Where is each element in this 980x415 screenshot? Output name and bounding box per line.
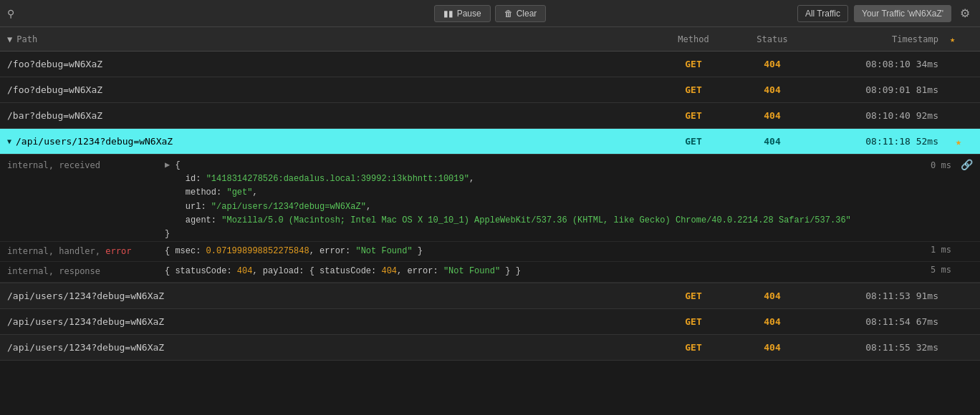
pause-icon: ▮▮ [443,9,453,19]
table-row-selected[interactable]: ▼ /api/users/1234?debug=wN6XaZ GET 404 0… [0,129,980,155]
path-text: /api/users/1234?debug=wN6XaZ [7,290,164,301]
json-content: ▶ { id: "1418314278526:daedalus.local:39… [165,159,894,241]
row-path: ▼ /api/users/1234?debug=wN6XaZ [7,136,658,147]
path-column-label: Path [16,34,37,44]
status-cell: 404 [729,84,815,95]
method-cell: GET [658,316,729,327]
row-path: /foo?debug=wN6XaZ [7,84,658,95]
sort-arrow-icon: ▼ [7,34,12,44]
timestamp-cell: 08:09:01 81ms [815,84,944,95]
toolbar-right: All Traffic Your Traffic 'wN6XaZ' ⚙ [552,5,973,22]
table-row[interactable]: /api/users/1234?debug=wN6XaZ GET 404 08:… [0,335,980,361]
star-cell[interactable]: ★ [944,290,973,301]
detail-response-time: 5 ms [894,265,951,275]
method-cell: GET [658,84,729,95]
timestamp-column-label[interactable]: Timestamp [815,34,944,44]
row-path: /foo?debug=wN6XaZ [7,59,658,69]
star-cell[interactable]: ★ [944,84,973,96]
handler-json: { msec: 0.071998998852275848, error: "No… [165,245,894,258]
table-row[interactable]: /api/users/1234?debug=wN6XaZ GET 404 08:… [0,309,980,335]
path-text: /foo?debug=wN6XaZ [7,84,102,95]
detail-section: internal, received ▶ { id: "141831427852… [0,155,980,283]
link-icon[interactable]: 🔗 [951,159,973,170]
toolbar: ⚲ ▮▮ Pause 🗑 Clear All Traffic Your Traf… [0,0,980,27]
method-cell: GET [658,59,729,69]
pause-button[interactable]: ▮▮ Pause [434,5,491,22]
path-text: /foo?debug=wN6XaZ [7,59,102,69]
method-cell: GET [658,342,729,353]
toolbar-center: ▮▮ Pause 🗑 Clear [434,5,547,22]
detail-handler-row: internal, handler, error { msec: 0.07199… [0,242,980,262]
star-cell[interactable]: ★ [944,110,973,122]
row-path: /api/users/1234?debug=wN6XaZ [7,342,658,353]
status-cell: 404 [729,136,815,147]
path-text: /api/users/1234?debug=wN6XaZ [16,136,173,147]
detail-time: 0 ms [894,159,951,170]
path-text: /bar?debug=wN6XaZ [7,110,102,121]
timestamp-cell: 08:10:40 92ms [815,110,944,121]
response-json: { statusCode: 404, payload: { statusCode… [165,265,894,278]
row-path: /api/users/1234?debug=wN6XaZ [7,316,658,327]
star-icon: ★ [950,34,955,44]
detail-response-row: internal, response { statusCode: 404, pa… [0,262,980,282]
status-cell: 404 [729,342,815,353]
search-icon: ⚲ [7,8,14,19]
path-text: /api/users/1234?debug=wN6XaZ [7,316,164,327]
detail-received-label: internal, received [7,159,165,170]
timestamp-cell: 08:11:53 91ms [815,290,944,301]
error-label: error [105,246,131,256]
star-cell[interactable]: ★ [944,136,973,147]
clear-label: Clear [517,9,537,19]
table-row[interactable]: /bar?debug=wN6XaZ GET 404 08:10:40 92ms … [0,103,980,129]
detail-handler-time: 1 ms [894,245,951,255]
table-row[interactable]: /foo?debug=wN6XaZ GET 404 08:09:01 81ms … [0,77,980,103]
method-cell: GET [658,136,729,147]
method-cell: GET [658,290,729,301]
clear-button[interactable]: 🗑 Clear [495,5,547,22]
method-cell: GET [658,110,729,121]
method-column-label[interactable]: Method [658,34,729,44]
pause-label: Pause [457,9,481,19]
star-cell[interactable]: ★ [944,59,973,70]
expand-chevron-icon: ▼ [7,137,11,145]
timestamp-cell: 08:11:54 67ms [815,316,944,327]
detail-handler-label: internal, handler, error [7,245,165,256]
your-traffic-label: Your Traffic 'wN6XaZ' [862,9,943,19]
row-path: /api/users/1234?debug=wN6XaZ [7,290,658,301]
settings-button[interactable]: ⚙ [957,6,973,20]
detail-received-row: internal, received ▶ { id: "141831427852… [0,155,980,242]
timestamp-cell: 08:11:18 52ms [815,136,944,147]
star-cell[interactable]: ★ [944,316,973,327]
table-row[interactable]: /foo?debug=wN6XaZ GET 404 08:08:10 34ms … [0,52,980,77]
all-traffic-label: All Traffic [805,9,840,19]
star-cell[interactable]: ★ [944,341,973,353]
col-path-header[interactable]: ▼ Path [7,34,658,44]
toolbar-left: ⚲ [7,8,428,19]
status-cell: 404 [729,316,815,327]
status-cell: 404 [729,290,815,301]
table-row[interactable]: /api/users/1234?debug=wN6XaZ GET 404 08:… [0,283,980,309]
star-column-header: ★ [944,34,973,44]
gear-icon: ⚙ [960,7,970,19]
status-column-label[interactable]: Status [729,34,815,44]
path-text: /api/users/1234?debug=wN6XaZ [7,342,164,353]
timestamp-cell: 08:11:55 32ms [815,342,944,353]
status-cell: 404 [729,59,815,69]
all-traffic-button[interactable]: All Traffic [797,5,848,22]
your-traffic-button[interactable]: Your Traffic 'wN6XaZ' [854,5,951,22]
timestamp-cell: 08:08:10 34ms [815,59,944,69]
status-cell: 404 [729,110,815,121]
trash-icon: 🗑 [504,9,513,19]
table-header: ▼ Path Method Status Timestamp ★ [0,27,980,52]
detail-response-label: internal, response [7,265,165,276]
row-path: /bar?debug=wN6XaZ [7,110,658,121]
json-arrow: ▶ [165,160,175,170]
